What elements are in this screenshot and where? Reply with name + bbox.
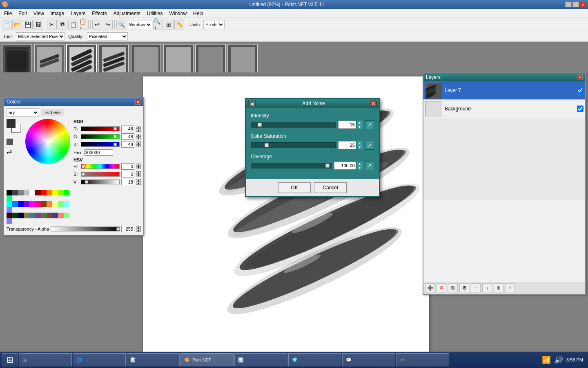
grid-button[interactable]: ⊞ bbox=[164, 20, 174, 29]
red-input[interactable] bbox=[121, 126, 134, 132]
dialog-close-button[interactable]: ✕ bbox=[370, 101, 376, 106]
palette-color[interactable] bbox=[18, 190, 24, 195]
move-layer-down-button[interactable]: ↓ bbox=[482, 283, 492, 292]
blue-down[interactable]: ▼ bbox=[136, 144, 141, 147]
zoom-out-button[interactable]: 🔍 bbox=[116, 20, 126, 29]
palette-color[interactable] bbox=[58, 190, 64, 195]
red-up[interactable]: ▲ bbox=[136, 126, 141, 129]
zoom-in-button[interactable]: 🔍+ bbox=[153, 20, 163, 29]
hue-slider[interactable] bbox=[81, 164, 120, 169]
zoom-select[interactable]: Window bbox=[127, 20, 152, 29]
minimize-button[interactable]: – bbox=[565, 2, 572, 7]
alpha-down[interactable]: ▼ bbox=[136, 229, 141, 232]
palette-color[interactable] bbox=[24, 190, 29, 195]
taskbar-notepad[interactable]: 📝 bbox=[127, 353, 180, 366]
hex-input[interactable] bbox=[85, 149, 113, 156]
coverage-link[interactable]: ↗ bbox=[365, 161, 374, 170]
units-select[interactable]: Pixels bbox=[203, 20, 225, 29]
paste-button[interactable]: 📋 bbox=[68, 20, 78, 29]
color-sat-slider[interactable] bbox=[251, 142, 336, 148]
palette-color[interactable] bbox=[12, 213, 18, 218]
palette-color[interactable] bbox=[35, 213, 41, 218]
green-down[interactable]: ▼ bbox=[136, 137, 141, 139]
coverage-slider[interactable] bbox=[251, 163, 332, 168]
new-button[interactable]: 📄 bbox=[2, 20, 11, 29]
palette-color[interactable] bbox=[7, 218, 12, 224]
palette-color[interactable] bbox=[52, 190, 58, 195]
blue-up[interactable]: ▲ bbox=[136, 141, 141, 144]
flatten-button[interactable]: ≡ bbox=[505, 283, 515, 292]
color-sat-up[interactable]: ▲ bbox=[356, 141, 363, 145]
taskbar-browser[interactable]: 🌍 bbox=[288, 353, 341, 366]
palette-color[interactable] bbox=[24, 201, 29, 207]
palette-color[interactable] bbox=[12, 201, 18, 207]
blue-input[interactable] bbox=[121, 141, 134, 148]
coverage-input[interactable] bbox=[334, 162, 356, 170]
palette-color[interactable] bbox=[18, 201, 24, 207]
green-up[interactable]: ▲ bbox=[136, 134, 141, 137]
menu-window[interactable]: Window bbox=[166, 10, 190, 17]
green-input[interactable] bbox=[121, 133, 134, 140]
palette-color[interactable] bbox=[47, 201, 52, 207]
extra-swatch[interactable] bbox=[7, 139, 13, 145]
layers-close-button[interactable]: ✕ bbox=[577, 74, 583, 80]
maximize-button[interactable]: □ bbox=[572, 2, 579, 7]
palette-color[interactable] bbox=[64, 201, 69, 207]
color-wheel[interactable] bbox=[25, 119, 70, 164]
sat-down[interactable]: ▼ bbox=[136, 174, 141, 177]
less-button[interactable]: << Less bbox=[41, 109, 64, 116]
palette-color[interactable] bbox=[41, 190, 47, 195]
menu-image[interactable]: Image bbox=[47, 10, 67, 17]
red-down[interactable]: ▼ bbox=[136, 129, 141, 132]
save-button[interactable]: 💾 bbox=[23, 20, 33, 29]
ruler-button[interactable]: 📏 bbox=[174, 20, 184, 29]
menu-help[interactable]: Help bbox=[190, 10, 207, 17]
intensity-input[interactable] bbox=[338, 121, 356, 129]
palette-color[interactable] bbox=[52, 201, 58, 207]
cut-button[interactable]: ✂ bbox=[47, 20, 57, 29]
palette-color[interactable] bbox=[47, 190, 52, 195]
intensity-up[interactable]: ▲ bbox=[356, 121, 363, 125]
redo-button[interactable]: ↪ bbox=[103, 20, 113, 29]
menu-file[interactable]: File bbox=[1, 10, 15, 17]
delete-layer-button[interactable]: ✕ bbox=[437, 283, 446, 292]
palette-color[interactable] bbox=[29, 201, 35, 207]
sat-slider[interactable] bbox=[81, 172, 120, 177]
tool-select[interactable]: Move Selected Pixels bbox=[16, 32, 65, 40]
taskbar-music[interactable]: 📊 bbox=[234, 353, 287, 366]
coverage-up[interactable]: ▲ bbox=[356, 162, 363, 166]
hue-down[interactable]: ▼ bbox=[136, 166, 141, 169]
menu-effects[interactable]: Effects bbox=[89, 10, 110, 17]
menu-edit[interactable]: Edit bbox=[15, 10, 30, 17]
layer7-visibility[interactable] bbox=[577, 87, 584, 94]
alpha-slider[interactable] bbox=[51, 227, 120, 231]
palette-color[interactable] bbox=[29, 213, 35, 218]
palette-color[interactable] bbox=[58, 201, 64, 207]
hue-input[interactable] bbox=[121, 163, 134, 170]
menu-adjustments[interactable]: Adjustments bbox=[110, 10, 144, 17]
palette-color[interactable] bbox=[7, 201, 12, 207]
val-down[interactable]: ▼ bbox=[136, 182, 141, 185]
val-slider[interactable] bbox=[81, 180, 120, 184]
palette-color[interactable] bbox=[18, 213, 24, 218]
save-as-button[interactable]: 🖫 bbox=[33, 20, 43, 29]
layer-row-layer7[interactable]: Layer 7 bbox=[423, 81, 585, 100]
alpha-input[interactable] bbox=[121, 226, 134, 232]
palette-color[interactable] bbox=[64, 190, 69, 195]
palette-color[interactable] bbox=[35, 201, 41, 207]
blue-slider[interactable] bbox=[81, 142, 120, 147]
intensity-link[interactable]: ↗ bbox=[365, 120, 374, 129]
menu-utilities[interactable]: Utilities bbox=[144, 10, 166, 17]
val-up[interactable]: ▲ bbox=[136, 179, 141, 182]
intensity-slider[interactable] bbox=[251, 122, 336, 128]
layer-properties-button[interactable]: ⚙ bbox=[459, 283, 469, 292]
coverage-down[interactable]: ▼ bbox=[356, 166, 363, 170]
dialog-back-button[interactable]: ◀ bbox=[248, 100, 256, 107]
val-input[interactable] bbox=[121, 179, 134, 185]
palette-color[interactable] bbox=[41, 201, 47, 207]
palette-color[interactable] bbox=[7, 195, 12, 201]
taskbar-paintnet[interactable]: 🎨 Paint.NET bbox=[180, 353, 234, 366]
palette-color[interactable] bbox=[7, 213, 12, 218]
palette-color[interactable] bbox=[64, 213, 69, 218]
colors-close-button[interactable]: ✕ bbox=[135, 99, 141, 105]
